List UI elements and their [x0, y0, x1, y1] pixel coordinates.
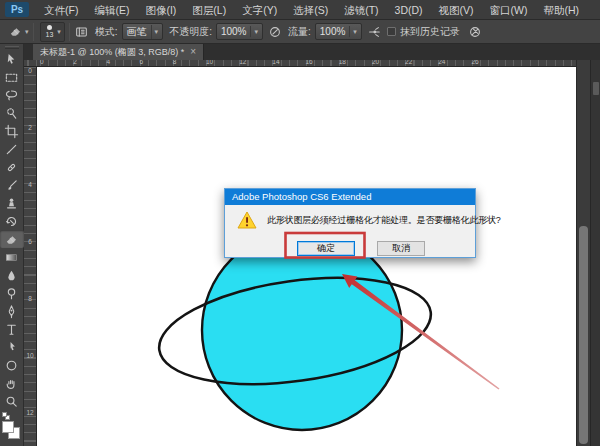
eyedropper-tool[interactable]	[0, 140, 24, 158]
menu-item[interactable]: 选择(S)	[285, 0, 336, 20]
foreground-color-swatch[interactable]	[2, 421, 14, 433]
brush-tip-icon	[47, 25, 52, 30]
history-brush-tool-icon	[4, 214, 19, 229]
zoom-tool[interactable]	[0, 392, 24, 410]
path-selection-tool-icon	[4, 340, 19, 355]
gradient-tool-icon	[4, 250, 19, 265]
hand-tool[interactable]	[0, 374, 24, 392]
move-tool[interactable]	[0, 50, 24, 68]
opacity-caret-icon: ▾	[254, 28, 258, 36]
menu-item[interactable]: 文件(F)	[36, 0, 86, 20]
menu-bar: Ps 文件(F)编辑(E)图像(I)图层(L)文字(Y)选择(S)滤镜(T)3D…	[0, 0, 600, 20]
photoshop-logo: Ps	[5, 2, 29, 17]
marquee-tool-icon	[4, 70, 19, 85]
clone-stamp-tool-icon	[4, 196, 19, 211]
tools-panel-grip[interactable]	[5, 46, 19, 49]
eyedropper-tool-icon	[4, 142, 19, 157]
toggle-brush-panel-icon[interactable]	[74, 25, 89, 39]
clone-stamp-tool[interactable]	[0, 194, 24, 212]
rectangular-marquee-tool[interactable]	[0, 68, 24, 86]
history-brush-tool[interactable]	[0, 212, 24, 230]
tool-options-bar: ▾ 13 ▾ 模式: 画笔 ▾ 不透明度: 100% ▾ 流量: 100% ▾ …	[0, 20, 600, 44]
blur-tool[interactable]	[0, 266, 24, 284]
opacity-label: 不透明度:	[169, 25, 212, 39]
tools-panel	[0, 44, 24, 446]
zoom-tool-icon	[4, 394, 19, 409]
vertical-scrollbar[interactable]	[576, 58, 590, 446]
dialog-title-bar[interactable]: Adobe Photoshop CS6 Extended	[225, 189, 475, 205]
ruler-number: 0	[24, 67, 36, 124]
mode-label: 模式:	[95, 25, 118, 39]
opacity-select[interactable]: 100% ▾	[216, 23, 263, 40]
ruler-number: 6	[24, 238, 36, 295]
brush-preset-picker[interactable]: 13 ▾	[40, 22, 65, 42]
airbrush-icon[interactable]	[367, 25, 381, 39]
document-title: 未标题-1 @ 100% (椭圆 3, RGB/8) *	[40, 46, 184, 59]
menu-item[interactable]: 编辑(E)	[86, 0, 137, 20]
eraser-icon[interactable]	[8, 24, 23, 39]
path-selection-tool[interactable]	[0, 338, 24, 356]
vertical-ruler: 024681012	[24, 67, 37, 446]
type-tool-icon	[4, 322, 19, 337]
document-tab-bar: 未标题-1 @ 100% (椭圆 3, RGB/8) * ×	[24, 44, 600, 60]
move-tool-icon	[4, 52, 19, 67]
color-swatches	[0, 412, 24, 446]
menu-item[interactable]: 3D(D)	[387, 0, 431, 20]
ellipse-tool[interactable]	[0, 356, 24, 374]
opacity-value: 100%	[221, 26, 252, 37]
erase-to-history-checkbox[interactable]	[387, 27, 396, 36]
flow-caret-icon: ▾	[353, 28, 357, 36]
menu-item[interactable]: 帮助(H)	[536, 0, 588, 20]
panel-dock-edge	[590, 58, 600, 446]
warning-icon	[237, 211, 257, 233]
menu-item[interactable]: 滤镜(T)	[336, 0, 386, 20]
rasterize-warning-dialog: Adobe Photoshop CS6 Extended 此形状图层必须经过栅格…	[224, 188, 476, 258]
dialog-message: 此形状图层必须经过栅格化才能处理。是否要栅格化此形状?	[267, 214, 471, 227]
menu-item[interactable]: 图层(L)	[184, 0, 234, 20]
dodge-tool[interactable]	[0, 284, 24, 302]
lasso-tool[interactable]	[0, 86, 24, 104]
menu-item[interactable]: 视图(V)	[431, 0, 482, 20]
expand-panels-icon[interactable]	[593, 82, 599, 95]
brush-preset-caret-icon: ▾	[57, 28, 61, 36]
quick-selection-tool[interactable]	[0, 104, 24, 122]
gradient-tool[interactable]	[0, 248, 24, 266]
mode-caret-icon: ▾	[155, 28, 159, 36]
brush-tool-icon	[4, 178, 19, 193]
flow-label: 流量:	[288, 25, 311, 39]
lasso-tool-icon	[4, 88, 19, 103]
ruler-number: 12	[24, 409, 36, 446]
tab-close-icon[interactable]: ×	[190, 47, 196, 57]
ellipse-tool-icon	[4, 358, 19, 373]
hand-tool-icon	[4, 376, 19, 391]
tool-preset-caret-icon[interactable]: ▾	[25, 28, 29, 36]
brush-tool[interactable]	[0, 176, 24, 194]
menu-item[interactable]: 窗口(W)	[482, 0, 536, 20]
mode-select[interactable]: 画笔 ▾	[122, 23, 164, 40]
pressure-size-icon[interactable]	[468, 25, 482, 39]
dodge-tool-icon	[4, 286, 19, 301]
ruler-number: 4	[24, 181, 36, 238]
document-tab[interactable]: 未标题-1 @ 100% (椭圆 3, RGB/8) * ×	[33, 44, 204, 60]
quick-selection-tool-icon	[4, 106, 19, 121]
ruler-number: 2	[24, 124, 36, 181]
type-tool[interactable]	[0, 320, 24, 338]
scrollbar-thumb[interactable]	[579, 226, 588, 444]
flow-select[interactable]: 100% ▾	[315, 23, 362, 40]
flow-value: 100%	[320, 26, 351, 37]
crop-tool[interactable]	[0, 122, 24, 140]
menu-item[interactable]: 文字(Y)	[234, 0, 285, 20]
cancel-button[interactable]: 取消	[377, 241, 425, 256]
healing-brush-tool-icon	[4, 160, 19, 175]
spot-healing-brush-tool[interactable]	[0, 158, 24, 176]
crop-tool-icon	[4, 124, 19, 139]
ruler-number: 10	[24, 352, 36, 409]
ruler-number: 8	[24, 295, 36, 352]
pen-tool[interactable]	[0, 302, 24, 320]
pressure-opacity-icon[interactable]	[268, 25, 282, 39]
blur-tool-icon	[4, 268, 19, 283]
menu-items: 文件(F)编辑(E)图像(I)图层(L)文字(Y)选择(S)滤镜(T)3D(D)…	[36, 0, 587, 20]
menu-item[interactable]: 图像(I)	[137, 0, 184, 20]
ok-button[interactable]: 确定	[297, 241, 355, 256]
eraser-tool[interactable]	[0, 230, 24, 248]
